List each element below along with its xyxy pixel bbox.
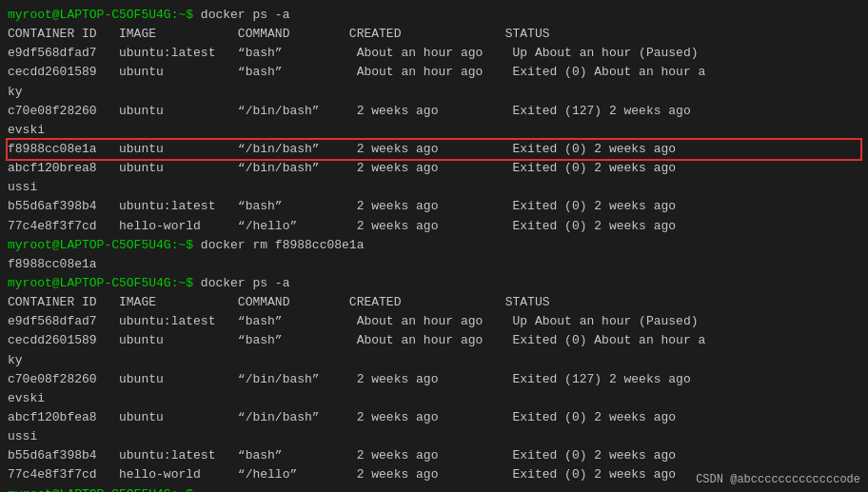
terminal-line: e9df568dfad7 ubuntu:latest “bash” About … [8, 44, 860, 63]
terminal-line: c70e08f28260 ubuntu “/bin/bash” 2 weeks … [8, 102, 860, 121]
terminal-line: b55d6af398b4 ubuntu:latest “bash” 2 week… [8, 197, 860, 216]
watermark: CSDN @abcccccccccccccode [696, 473, 860, 486]
terminal-line: evski [8, 121, 860, 140]
terminal-line: abcf120brea8 ubuntu “/bin/bash” 2 weeks … [8, 159, 860, 178]
terminal-line: ky [8, 351, 860, 370]
terminal-line: cecdd2601589 ubuntu “bash” About an hour… [8, 331, 860, 350]
terminal-window: myroot@LAPTOP-C5OF5U4G:~$ docker ps -aCO… [0, 0, 868, 492]
terminal-line: b55d6af398b4 ubuntu:latest “bash” 2 week… [8, 446, 860, 465]
terminal-line: ky [8, 83, 860, 102]
terminal-line: myroot@LAPTOP-C5OF5U4G:~$ docker ps -a [8, 6, 860, 25]
terminal-output: myroot@LAPTOP-C5OF5U4G:~$ docker ps -aCO… [8, 6, 860, 492]
terminal-line: myroot@LAPTOP-C5OF5U4G:~$ docker ps -a [8, 274, 860, 293]
terminal-line: 77c4e8f3f7cd hello-world “/hello” 2 week… [8, 217, 860, 236]
terminal-line: abcf120bfea8 ubuntu “/bin/bash” 2 weeks … [8, 408, 860, 427]
terminal-line: evski [8, 389, 860, 408]
terminal-line: myroot@LAPTOP-C5OF5U4G:~$ docker rm f898… [8, 236, 860, 255]
terminal-line: ussi [8, 178, 860, 197]
terminal-line: c70e08f28260 ubuntu “/bin/bash” 2 weeks … [8, 370, 860, 389]
terminal-line: f8988cc08e1a ubuntu “/bin/bash” 2 weeks … [8, 140, 860, 159]
terminal-line: ussi [8, 427, 860, 446]
terminal-line: f8988cc08e1a [8, 255, 860, 274]
terminal-line: cecdd2601589 ubuntu “bash” About an hour… [8, 63, 860, 82]
terminal-line: CONTAINER ID IMAGE COMMAND CREATED STATU… [8, 25, 860, 44]
terminal-line: CONTAINER ID IMAGE COMMAND CREATED STATU… [8, 293, 860, 312]
terminal-line: e9df568dfad7 ubuntu:latest “bash” About … [8, 312, 860, 331]
